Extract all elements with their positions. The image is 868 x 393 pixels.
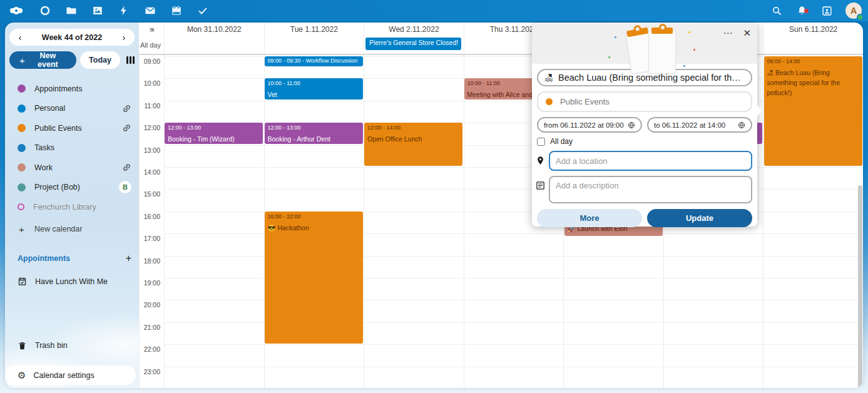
tasks-check-icon[interactable] xyxy=(197,4,209,17)
add-appointment-button[interactable]: + xyxy=(126,253,131,264)
activity-lightning-icon[interactable] xyxy=(118,4,130,17)
top-header-bar: A xyxy=(0,0,868,21)
trash-bin-button[interactable]: Trash bin xyxy=(5,336,139,356)
collapse-week-icon[interactable]: ≡‹ xyxy=(150,26,153,33)
search-icon[interactable] xyxy=(770,4,783,17)
calendar-ring-dot xyxy=(18,203,24,210)
popup-close-icon[interactable]: ✕ xyxy=(743,28,751,39)
calendar-color-dot xyxy=(18,84,26,93)
hour-label: 11:00 xyxy=(139,102,160,110)
timezone-globe-icon[interactable] xyxy=(628,121,635,129)
shared-by-avatar-badge: B xyxy=(119,181,131,193)
calendar-label: Tasks xyxy=(34,143,131,152)
vertical-scrollbar[interactable] xyxy=(858,185,862,388)
calendar-item-personal[interactable]: Personal xyxy=(5,99,139,119)
appointment-label: Have Lunch With Me xyxy=(35,277,131,286)
new-calendar-button[interactable]: + New calendar xyxy=(5,220,139,240)
event-open-office-lunch[interactable]: 12:00 - 14:00Open Office Lunch xyxy=(364,123,462,166)
hour-label: 13:00 xyxy=(139,146,160,154)
event-beach-luau[interactable]: 09:00 - 14:00🏖 Beach Luau (Bring somethi… xyxy=(764,56,862,166)
calendar-picker-value: Public Events xyxy=(560,97,610,106)
day-header-sun[interactable]: Sun 6.11.2022 xyxy=(763,23,863,36)
week-label[interactable]: Week 44 of 2022 xyxy=(42,33,102,42)
hour-label: 14:00 xyxy=(139,168,160,176)
logo-circle-mid xyxy=(13,7,20,14)
calendar-color-dot xyxy=(18,183,26,191)
view-switcher-icon[interactable] xyxy=(126,56,135,64)
new-event-button[interactable]: + New event xyxy=(9,51,76,69)
event-hackathon[interactable]: 16:00 - 22:00😎 Hackathon xyxy=(265,212,363,344)
start-datetime-value: from 06.11.2022 at 09:00 xyxy=(544,121,624,129)
day-header-wed[interactable]: Wed 2.11.2022 xyxy=(364,23,464,36)
end-datetime-value: to 06.11.2022 at 14:00 xyxy=(654,121,725,129)
calendar-list: Appointments Personal Public Events Task… xyxy=(5,79,139,239)
day-header-mon[interactable]: Mon 31.10.2022 xyxy=(164,23,264,36)
calendar-color-dot xyxy=(18,144,26,152)
event-booking-tim[interactable]: 12:00 - 13:00Booking - Tim (Wizard) xyxy=(165,123,263,144)
timezone-globe-icon[interactable] xyxy=(738,121,745,129)
description-input[interactable] xyxy=(549,176,752,203)
plus-icon: + xyxy=(18,224,26,235)
calendar-label: Work xyxy=(34,163,122,172)
hour-label: 09:00 xyxy=(139,58,160,65)
allday-checkbox-label: All day xyxy=(550,137,573,146)
shared-link-icon[interactable] xyxy=(120,121,133,135)
allday-checkbox[interactable] xyxy=(537,138,545,146)
avatar-initial: A xyxy=(850,6,857,16)
contacts-icon[interactable] xyxy=(820,4,833,17)
calendar-item-fenchurch-library[interactable]: Fenchurch Library xyxy=(5,197,139,217)
hour-label: 18:00 xyxy=(139,257,160,265)
calendar-sidebar: ‹ Week 44 of 2022 › + New event Today Ap… xyxy=(5,23,139,388)
status-online-dot xyxy=(857,14,864,21)
shared-link-icon[interactable] xyxy=(120,161,133,174)
event-workflow-discussion[interactable]: 09:00 - 09:30 - Workflow Discussion xyxy=(265,56,363,66)
hour-label: 12:00 xyxy=(139,124,160,131)
calendar-item-tasks[interactable]: Tasks xyxy=(5,138,139,158)
week-navigation[interactable]: ‹ Week 44 of 2022 › xyxy=(9,29,135,46)
next-week-button[interactable]: › xyxy=(120,32,128,43)
calendar-item-public-events[interactable]: Public Events xyxy=(5,118,139,138)
calendar-item-appointments[interactable]: Appointments xyxy=(5,79,139,99)
previous-week-button[interactable]: ‹ xyxy=(16,32,24,43)
calendar-item-project-bob[interactable]: Project (Bob) B xyxy=(5,178,139,198)
allday-checkbox-row[interactable]: All day xyxy=(537,137,752,146)
more-button[interactable]: More xyxy=(537,209,642,227)
calendar-picker-select[interactable]: Public Events xyxy=(537,91,752,112)
day-header-tue[interactable]: Tue 1.11.2022 xyxy=(264,23,364,36)
calendar-app-icon[interactable] xyxy=(170,4,183,17)
hour-label: 17:00 xyxy=(139,235,160,242)
shared-link-icon[interactable] xyxy=(120,102,133,115)
mail-icon[interactable] xyxy=(144,4,156,17)
update-button[interactable]: Update xyxy=(647,209,752,227)
hour-label: 22:00 xyxy=(139,345,160,353)
calendar-label: Project (Bob) xyxy=(34,183,119,191)
location-input[interactable] xyxy=(549,151,752,171)
start-datetime-field[interactable]: from 06.11.2022 at 09:00 xyxy=(537,117,642,133)
notification-unread-dot xyxy=(804,9,809,13)
event-vet[interactable]: 10:00 - 11:00Vet xyxy=(265,78,363,100)
notifications-bell-icon[interactable] xyxy=(795,4,808,17)
photos-icon[interactable] xyxy=(91,4,104,17)
event-editor-popup: ⋯ ✕ 🏖 Beach Luau (Bring something specia… xyxy=(532,23,757,227)
calendar-label: Appointments xyxy=(34,84,131,93)
end-datetime-field[interactable]: to 06.11.2022 at 14:00 xyxy=(647,117,752,133)
nextcloud-logo-icon[interactable] xyxy=(10,7,23,14)
calendar-settings-button[interactable]: ⚙ Calendar settings xyxy=(5,365,136,385)
circle-app-icon[interactable] xyxy=(39,4,51,17)
hour-label: 19:00 xyxy=(139,279,160,287)
event-pierres-general-store[interactable]: Pierre's General Store Closed! xyxy=(365,38,461,50)
calendar-color-dot xyxy=(18,124,26,132)
popup-more-menu-icon[interactable]: ⋯ xyxy=(723,28,733,39)
hour-label: 23:00 xyxy=(139,368,160,375)
gear-icon: ⚙ xyxy=(18,370,26,381)
calendar-item-work[interactable]: Work xyxy=(5,158,139,178)
event-booking-arthur-dent[interactable]: 12:00 - 13:00Booking - Arthur Dent xyxy=(265,123,363,144)
avatar[interactable]: A xyxy=(845,3,862,19)
trash-label: Trash bin xyxy=(35,341,131,350)
appointment-item-have-lunch[interactable]: Have Lunch With Me xyxy=(5,272,139,292)
today-button[interactable]: Today xyxy=(80,51,120,69)
files-folder-icon[interactable] xyxy=(65,4,78,17)
plus-icon: + xyxy=(19,55,25,66)
calendar-color-dot xyxy=(18,105,26,113)
calendar-label: Personal xyxy=(34,104,122,113)
